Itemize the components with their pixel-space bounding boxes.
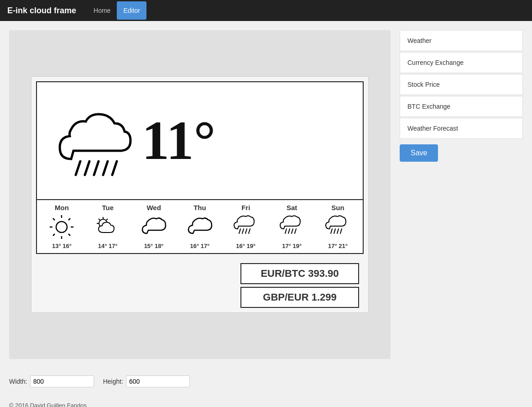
forecast-day-mon: Mon 13° 16°: [41, 204, 82, 249]
forecast-day-tue: Tue 14° 17°: [87, 204, 128, 249]
temperature-value: 11°: [142, 113, 215, 168]
svg-line-3: [103, 161, 108, 175]
canvas-area: 11° Mon: [9, 30, 391, 359]
svg-line-32: [337, 229, 339, 233]
svg-line-28: [292, 229, 293, 233]
forecast-day-sun: Sun 17° 21°: [317, 204, 358, 249]
forecast-icon-tue: [94, 213, 121, 241]
svg-line-31: [334, 229, 335, 233]
svg-line-13: [53, 234, 55, 236]
forecast-icon-mon: [48, 213, 75, 241]
svg-line-30: [331, 229, 332, 233]
day-fri-label: Fri: [241, 204, 250, 211]
svg-line-2: [94, 161, 99, 175]
forecast-icon-fri: [232, 213, 260, 241]
forecast-day-thu: Thu 16° 17°: [179, 204, 220, 249]
forecast-icon-sun: [324, 213, 351, 241]
height-control: Height:: [103, 375, 190, 387]
main-content: 11° Mon: [0, 21, 532, 368]
svg-line-1: [85, 161, 89, 175]
forecast-day-wed: Wed 15° 18°: [133, 204, 174, 249]
width-label: Width:: [9, 378, 27, 385]
weather-cloud-rain-icon: [46, 95, 137, 186]
sidebar-item-currency-exchange[interactable]: Currency Exchange: [400, 52, 523, 73]
svg-line-12: [68, 218, 70, 220]
forecast-icon-thu: [186, 213, 214, 241]
forecast-temps-mon: 13° 16°: [52, 243, 72, 249]
sidebar-item-weather[interactable]: Weather: [400, 30, 523, 51]
forecast-day-fri: Fri 16° 19°: [225, 204, 266, 249]
forecast-temps-thu: 16° 17°: [190, 243, 209, 249]
height-label: Height:: [103, 378, 123, 385]
forecast-temps-fri: 16° 19°: [236, 243, 256, 249]
currency-box-gbp-eur: GBP/EUR 1.299: [240, 287, 359, 308]
save-button[interactable]: Save: [400, 144, 438, 162]
svg-line-10: [53, 218, 55, 220]
forecast-icon-sat: [278, 213, 306, 241]
day-thu-label: Thu: [193, 204, 206, 211]
frame-container: 11° Mon: [31, 76, 369, 313]
sidebar-item-stock-price[interactable]: Stock Price: [400, 74, 523, 95]
svg-line-0: [76, 161, 80, 175]
svg-line-27: [288, 229, 290, 233]
svg-line-24: [245, 229, 247, 233]
sidebar-item-btc-exchange[interactable]: BTC Exchange: [400, 96, 523, 117]
day-mon-label: Mon: [55, 204, 69, 211]
nav-editor[interactable]: Editor: [117, 1, 146, 20]
forecast-icon-wed: [140, 213, 167, 241]
day-wed-label: Wed: [146, 204, 161, 211]
currency-box-eur-btc: EUR/BTC 393.90: [240, 263, 359, 284]
svg-line-33: [340, 229, 342, 233]
width-control: Width:: [9, 375, 94, 387]
svg-line-25: [249, 229, 250, 233]
width-input[interactable]: [30, 375, 94, 387]
currency-section: EUR/BTC 393.90 GBP/EUR 1.299: [36, 263, 364, 308]
svg-line-4: [112, 161, 117, 175]
forecast-temps-tue: 14° 17°: [98, 243, 118, 249]
nav-home[interactable]: Home: [87, 1, 117, 20]
svg-line-21: [106, 219, 108, 220]
footer: © 2016 David Guillen Fandos: [0, 395, 532, 407]
forecast-temps-sun: 17° 21°: [328, 243, 348, 249]
forecast-temps-sat: 17° 19°: [282, 243, 302, 249]
forecast-day-sat: Sat 17° 19°: [271, 204, 313, 249]
day-tue-label: Tue: [102, 204, 114, 211]
svg-point-5: [56, 222, 67, 233]
sidebar-item-weather-forecast[interactable]: Weather Forecast: [400, 118, 523, 139]
svg-line-29: [295, 229, 296, 233]
day-sun-label: Sun: [331, 204, 344, 211]
app-title: E-ink cloud frame: [7, 6, 76, 16]
forecast-temps-wed: 15° 18°: [144, 243, 164, 249]
svg-line-26: [285, 229, 287, 233]
svg-line-22: [239, 229, 240, 233]
day-sat-label: Sat: [287, 204, 297, 211]
forecast-bar: Mon 13° 16°: [36, 200, 364, 254]
svg-line-11: [68, 234, 70, 236]
sidebar: Weather Currency Exchange Stock Price BT…: [400, 30, 523, 359]
height-input[interactable]: [126, 375, 190, 387]
bottom-controls: Width: Height:: [0, 368, 532, 395]
weather-main-display: 11°: [36, 81, 364, 200]
footer-text: © 2016 David Guillen Fandos: [9, 402, 87, 407]
svg-line-23: [242, 229, 244, 233]
navbar: E-ink cloud frame Home Editor: [0, 0, 532, 21]
svg-line-19: [99, 219, 100, 220]
